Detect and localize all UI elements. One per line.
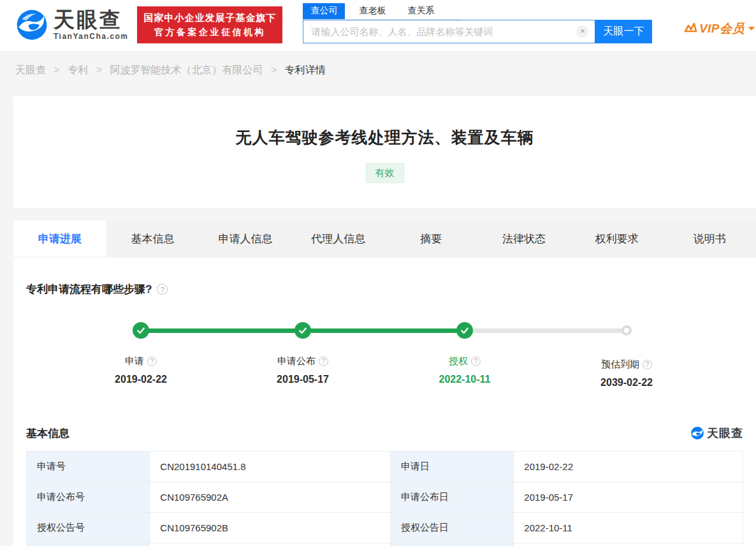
vip-crown-icon (685, 23, 699, 34)
basic-info-heading: 基本信息 (26, 426, 69, 441)
timeline-step-estimated-expiry: 预估到期 ? 2039-02-22 (546, 322, 708, 388)
breadcrumb-separator: > (271, 64, 277, 75)
table-row-partial (27, 543, 743, 546)
timeline-connector-pending (465, 328, 627, 333)
tianyancha-swirl-icon (690, 426, 704, 440)
table-row: 授权公告号 CN109765902B 授权公告日 2022-10-11 (27, 513, 743, 543)
row-value: 2022-10-11 (514, 513, 743, 543)
patent-title-card: 无人车驾驶参考线处理方法、装置及车辆 有效 (13, 96, 756, 208)
help-icon[interactable]: ? (319, 357, 328, 366)
step-label: 申请 (125, 355, 144, 367)
certification-badge: 国家中小企业发展子基金旗下 官方备案企业征信机构 (137, 6, 282, 43)
tab-claims[interactable]: 权利要求 (571, 221, 664, 256)
logo-domain: TianYanCha.com (54, 32, 128, 41)
step-date: 2022-10-11 (384, 374, 546, 385)
help-icon[interactable]: ? (471, 357, 481, 366)
certification-line1: 国家中小企业发展子基金旗下 (143, 11, 276, 25)
tab-abstract[interactable]: 摘要 (385, 221, 478, 256)
help-icon[interactable]: ? (147, 357, 157, 366)
check-circle-icon (456, 322, 473, 339)
detail-tabbar: 申请进展 基本信息 申请人信息 代理人信息 摘要 法律状态 权利要求 说明书 (13, 221, 756, 256)
row-value: CN109765902A (150, 482, 391, 513)
progress-question: 专利申请流程有哪些步骤? ? (26, 258, 743, 297)
vip-label: VIP会员 (699, 20, 745, 37)
check-circle-icon (133, 322, 149, 339)
pending-circle-icon (622, 325, 632, 336)
breadcrumb-current: 专利详情 (285, 64, 326, 75)
patent-title: 无人车驾驶参考线处理方法、装置及车辆 (13, 127, 756, 148)
breadcrumb-home[interactable]: 天眼查 (15, 64, 46, 75)
row-label: 申请号 (27, 452, 150, 482)
timeline-connector-done (303, 328, 465, 333)
row-value: CN109765902B (150, 513, 391, 543)
table-row: 申请号 CN201910140451.8 申请日 2019-02-22 (27, 452, 743, 482)
application-progress-panel: 专利申请流程有哪些步骤? ? 申请 ? 2019-02-22 (13, 258, 756, 546)
search-tabs: 查公司 查老板 查关系 (303, 3, 461, 20)
chevron-down-icon (748, 27, 755, 31)
search-tab-relation[interactable]: 查关系 (400, 3, 442, 19)
certification-line2: 官方备案企业征信机构 (143, 25, 276, 39)
tab-applicant-info[interactable]: 申请人信息 (199, 221, 292, 256)
search-input[interactable] (303, 20, 595, 43)
step-label: 申请公布 (277, 355, 316, 367)
search-tab-boss[interactable]: 查老板 (351, 3, 393, 19)
tab-agent-info[interactable]: 代理人信息 (292, 221, 385, 256)
tianyancha-watermark: 天眼查 (690, 425, 743, 441)
step-date: 2039-02-22 (546, 377, 708, 388)
step-label: 授权 (449, 355, 468, 367)
breadcrumb-separator: > (96, 64, 102, 75)
search-tab-company[interactable]: 查公司 (303, 3, 345, 19)
breadcrumb-company[interactable]: 阿波罗智能技术（北京）有限公司 (110, 64, 263, 75)
help-icon[interactable]: ? (643, 360, 652, 369)
breadcrumb-patent[interactable]: 专利 (68, 64, 88, 75)
header: 天眼查 TianYanCha.com 国家中小企业发展子基金旗下 官方备案企业征… (0, 0, 756, 51)
row-value: 2019-05-17 (514, 482, 743, 513)
check-circle-icon (294, 322, 311, 339)
row-value: 2019-02-22 (514, 452, 743, 482)
search-button[interactable]: 天眼一下 (595, 20, 652, 43)
breadcrumb-separator: > (54, 64, 59, 75)
step-date: 2019-05-17 (222, 374, 384, 385)
progress-question-text: 专利申请流程有哪些步骤? (26, 282, 152, 297)
step-date: 2019-02-22 (60, 374, 222, 385)
help-icon[interactable]: ? (157, 284, 168, 295)
tab-specification[interactable]: 说明书 (663, 221, 756, 256)
tab-legal-status[interactable]: 法律状态 (477, 221, 571, 256)
logo-name: 天眼查 (54, 9, 128, 31)
basic-info-table: 申请号 CN201910140451.8 申请日 2019-02-22 申请公布… (26, 451, 743, 546)
row-value: CN201910140451.8 (150, 452, 391, 482)
row-label: 申请公布日 (390, 482, 513, 513)
vip-menu[interactable]: VIP会员 (685, 20, 755, 37)
row-label: 申请日 (390, 452, 513, 482)
tianyancha-swirl-icon (15, 8, 48, 41)
breadcrumb: 天眼查 > 专利 > 阿波罗智能技术（北京）有限公司 > 专利详情 (0, 51, 756, 90)
search-area: 查公司 查老板 查关系 × 天眼一下 (303, 0, 652, 43)
watermark-text: 天眼查 (707, 425, 743, 441)
tab-basic-info[interactable]: 基本信息 (106, 221, 200, 256)
progress-timeline: 申请 ? 2019-02-22 申请公布 ? 2019-05-17 (26, 322, 743, 388)
row-label: 授权公告号 (27, 513, 150, 543)
row-label: 申请公布号 (27, 482, 150, 513)
row-label: 授权公告日 (390, 513, 513, 543)
tab-application-progress[interactable]: 申请进展 (13, 221, 106, 256)
status-badge: 有效 (366, 163, 404, 183)
timeline-connector-done (141, 328, 303, 333)
table-row: 申请公布号 CN109765902A 申请公布日 2019-05-17 (27, 482, 743, 513)
tianyancha-logo[interactable]: 天眼查 TianYanCha.com (15, 8, 128, 41)
step-label: 预估到期 (601, 358, 639, 371)
